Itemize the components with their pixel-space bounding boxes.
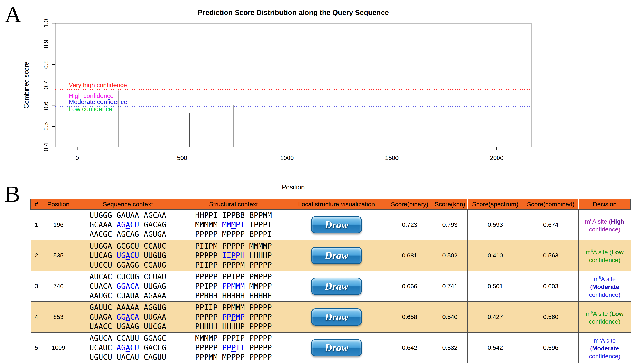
position-cell: 746	[42, 271, 75, 302]
structure-motif-post: MP	[236, 312, 245, 321]
structure-motif-post: PI	[236, 220, 245, 229]
sequence-motif-center-underlined: A	[126, 251, 130, 260]
sequence-motif-pre: GG	[116, 282, 126, 290]
score-spectrum-cell: 0.501	[468, 271, 523, 302]
sequence-motif: GGACA	[116, 282, 139, 290]
structure-line-1: MMMMP PPPIP PPPPP	[181, 334, 286, 343]
decision-suffix: confidence)	[589, 353, 620, 360]
structure-line-2: PPPPP IIPPH HHHHP	[181, 251, 286, 260]
m6a-site-text: A site (	[592, 218, 611, 225]
decision-suffix: confidence)	[589, 256, 620, 264]
x-tick-label: 2000	[490, 154, 504, 161]
score-binary-cell: 0.666	[387, 271, 432, 302]
score-combined-cell: 0.563	[523, 240, 579, 271]
structure-line-2: PPIPP PPMMM MMPPP	[181, 282, 286, 291]
y-tick-label: 0.9	[42, 40, 49, 48]
sequence-flank-right: UUGUG	[139, 251, 166, 260]
table-row: 1196UUGGG GAUAA AGCAAGCAAA AGACU GACAGAA…	[31, 210, 631, 240]
score-spectrum-cell: 0.593	[468, 210, 523, 240]
structural-context-cell: PIIPM PPPPP MMMMPPPPPP IIPPH HHHHPPIIPP …	[181, 240, 286, 271]
structure-flank-left: PPIPP	[195, 282, 222, 290]
score-binary-cell: 0.658	[387, 302, 432, 332]
y-tick-label: 0.8	[42, 60, 49, 68]
sequence-motif-center-underlined: A	[126, 343, 130, 352]
column-header-score-combined: Score(combined)	[523, 199, 579, 210]
structure-line-1: PIIPM PPPPP MMMMP	[181, 241, 286, 251]
draw-button[interactable]: Draw	[311, 216, 362, 233]
draw-button[interactable]: Draw	[311, 339, 362, 356]
structure-line-1: PPIIP PPMMM PPPPP	[181, 303, 286, 312]
structure-motif-post: MM	[236, 282, 245, 290]
m6a-base: m	[586, 249, 590, 256]
sequence-motif-pre: AG	[116, 220, 126, 229]
m6a-superscript: 6	[591, 310, 593, 314]
decision-confidence-level: High	[611, 218, 624, 225]
sequence-flank-left: UCAUC	[89, 343, 116, 352]
structure-line-1: HHPPI IPPBB BPPMM	[181, 210, 286, 220]
local-structure-visualization-cell: Draw	[286, 302, 387, 332]
sequence-motif-center-underlined: A	[126, 282, 130, 290]
m6a-superscript: 6	[599, 275, 601, 280]
y-tick-label: 1.0	[42, 19, 49, 27]
sequence-line-2: UUCAG UGACU UUGUG	[75, 251, 181, 260]
position-cell: 535	[42, 240, 75, 271]
column-header-position: Position	[42, 199, 75, 210]
row-number-cell: 1	[31, 210, 42, 240]
sequence-motif: GGACA	[116, 312, 139, 321]
draw-button[interactable]: Draw	[311, 247, 362, 264]
structure-flank-left: MMMMM	[195, 220, 222, 229]
structure-flank-left: PPPPP	[195, 251, 222, 260]
draw-button[interactable]: Draw	[311, 278, 362, 295]
column-header-decision: Decision	[579, 199, 631, 210]
column-header-local-structure-visualization: Local structure visualization	[286, 199, 387, 210]
table-row: 51009AGUCA CCAUU GGAGCUCAUC AGACU GACCGU…	[31, 332, 631, 363]
sequence-context-cell: AGUCA CCAUU GGAGCUCAUC AGACU GACCGUGUCU …	[75, 332, 181, 363]
sequence-motif-pre: AG	[116, 343, 126, 352]
score-combined-cell: 0.603	[523, 271, 579, 302]
column-header-score-spectrum: Score(spectrum)	[468, 199, 523, 210]
position-cell: 1009	[42, 332, 75, 363]
m6a-base: m	[594, 276, 599, 282]
decision-text: m6A site (Moderate confidence)	[582, 274, 627, 298]
m6a-site-text: A site (	[593, 249, 612, 256]
sequence-line-1: UUGGG GAUAA AGCAA	[75, 210, 181, 220]
position-cell: 196	[42, 210, 75, 240]
decision-cell: m6A site (Moderate confidence)	[579, 332, 631, 363]
decision-text: m6A site (Low confidence)	[582, 247, 627, 264]
sequence-flank-left: GUAGA	[89, 312, 116, 321]
score-binary-cell: 0.723	[387, 210, 432, 240]
structure-line-1: PPPPP PPIPP PMPPP	[181, 272, 286, 282]
decision-text: m6A site (High confidence)	[582, 216, 627, 233]
structure-flank-left: PPPPP	[195, 312, 222, 321]
threshold-label: Very high confidence	[69, 82, 127, 88]
score-knn-cell: 0.540	[432, 302, 468, 332]
structure-motif: PPMMM	[222, 282, 245, 290]
structure-line-2: MMMMM MMMPI IPPPI	[181, 220, 286, 230]
score-knn-cell: 0.793	[432, 210, 468, 240]
sequence-context-cell: AUCAC CUCUG CCUAUCUACA GGACA UUGAGAAUGC …	[75, 271, 181, 302]
structure-motif-pre: PP	[222, 312, 231, 321]
structure-motif: IIPPH	[222, 251, 245, 260]
structure-flank-right: PPPPP	[245, 312, 272, 321]
column-header-structural-context: Structural context	[181, 199, 286, 210]
structure-motif: MMMPI	[222, 220, 245, 229]
structure-motif-pre: PP	[222, 282, 231, 290]
m6a-base: m	[585, 218, 590, 225]
x-tick-label: 1000	[280, 154, 294, 161]
m6a-superscript: 6	[590, 218, 592, 222]
sequence-motif-post: CU	[130, 220, 139, 229]
decision-cell: m6A site (Low confidence)	[579, 302, 631, 332]
m6a-base: m	[594, 337, 599, 344]
table-body: 1196UUGGG GAUAA AGCAAGCAAA AGACU GACAGAA…	[31, 210, 631, 363]
row-number-cell: 3	[31, 271, 42, 302]
structure-motif: PPPII	[222, 343, 245, 352]
draw-button[interactable]: Draw	[311, 308, 362, 326]
sequence-line-2: UCAUC AGACU GACCG	[75, 343, 181, 352]
structure-line-3: PPPMM MPPPP PPPPP	[181, 352, 286, 362]
column-header-: #	[31, 199, 42, 210]
structure-line-3: PPHHH HHHHH HHHHH	[181, 291, 286, 300]
score-knn-cell: 0.741	[432, 271, 468, 302]
sequence-flank-left: UUCAG	[89, 251, 116, 260]
local-structure-visualization-cell: Draw	[286, 332, 387, 363]
structure-motif-post: PH	[236, 251, 245, 260]
